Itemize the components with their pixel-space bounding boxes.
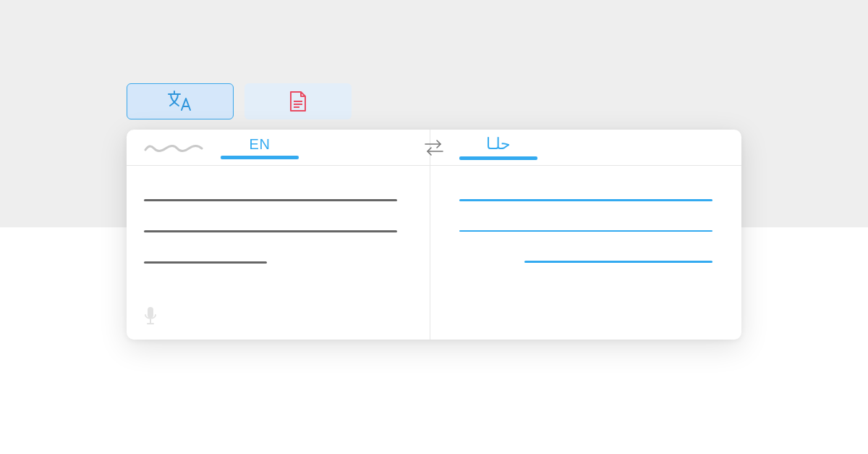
source-lang-tab[interactable]: EN xyxy=(221,136,299,159)
text-line xyxy=(144,199,397,201)
source-lang-underline xyxy=(221,156,299,159)
document-icon xyxy=(289,91,307,112)
text-line xyxy=(459,230,712,232)
target-header: حلـا xyxy=(430,130,741,166)
target-lang-underline xyxy=(459,156,537,160)
text-line xyxy=(144,261,267,264)
tab-translate-document[interactable] xyxy=(244,83,352,119)
microphone-icon xyxy=(144,306,157,325)
target-text-area xyxy=(430,166,741,277)
svg-rect-6 xyxy=(148,307,153,318)
detect-language-icon[interactable] xyxy=(144,140,206,155)
microphone-button[interactable] xyxy=(144,306,157,325)
source-text-area[interactable] xyxy=(127,166,430,278)
text-line xyxy=(524,261,712,263)
text-line xyxy=(144,230,397,232)
target-pane: حلـا xyxy=(430,130,741,340)
translation-panel: EN xyxy=(127,130,741,340)
target-lang-label: حلـا xyxy=(486,135,511,154)
target-lang-tab[interactable]: حلـا xyxy=(459,135,537,160)
text-line xyxy=(459,199,712,201)
translate-icon xyxy=(167,90,193,113)
source-pane: EN xyxy=(127,130,430,340)
translator-widget: EN xyxy=(127,83,741,340)
source-header: EN xyxy=(127,130,430,166)
source-lang-label: EN xyxy=(250,136,271,153)
tab-translate-text[interactable] xyxy=(127,83,234,119)
mode-tabs xyxy=(127,83,741,119)
